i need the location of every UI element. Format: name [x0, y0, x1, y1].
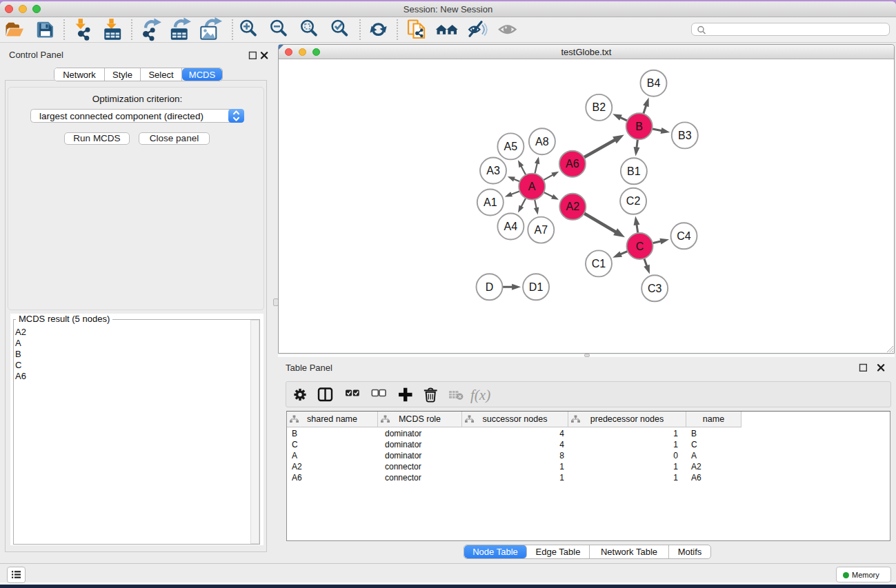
svg-text:C2: C2 — [626, 195, 641, 207]
svg-text:f(x): f(x) — [470, 387, 490, 403]
svg-text:A6: A6 — [566, 158, 579, 170]
svg-text:A7: A7 — [535, 224, 548, 236]
svg-text:A2: A2 — [566, 201, 580, 212]
svg-text:A8: A8 — [535, 136, 549, 148]
svg-text:A4: A4 — [504, 221, 518, 232]
svg-text:A5: A5 — [504, 141, 518, 152]
svg-text:A1: A1 — [484, 196, 497, 208]
svg-text:B2: B2 — [593, 101, 606, 113]
svg-text:C: C — [636, 241, 644, 252]
svg-text:B4: B4 — [647, 77, 661, 89]
svg-text:A: A — [528, 181, 536, 192]
svg-text:D1: D1 — [529, 281, 544, 293]
svg-text:D: D — [486, 281, 494, 293]
svg-text:A3: A3 — [486, 165, 500, 176]
svg-text:B1: B1 — [627, 165, 641, 177]
svg-text:C3: C3 — [648, 283, 662, 294]
svg-text:C4: C4 — [677, 230, 691, 242]
svg-text:B: B — [635, 121, 643, 132]
svg-text:B3: B3 — [678, 130, 692, 141]
svg-text:C1: C1 — [592, 258, 606, 270]
